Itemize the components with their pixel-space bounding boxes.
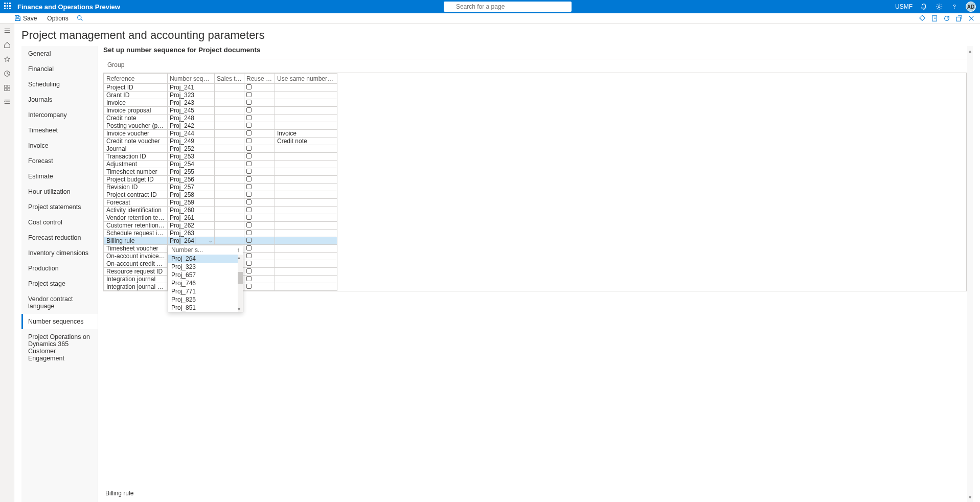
cell-sales-tax[interactable] (215, 191, 244, 199)
cell-reference[interactable]: Posting voucher (periodic) (104, 122, 168, 130)
sidebar-item[interactable]: Hour utilization (21, 184, 98, 199)
cell-sales-tax[interactable] (215, 184, 244, 191)
cell-sales-tax[interactable] (215, 199, 244, 207)
cell-reuse[interactable] (244, 145, 275, 153)
cell-sales-tax[interactable] (215, 207, 244, 214)
number-sequence-grid[interactable]: Reference Number sequence code Sales tax… (103, 73, 967, 291)
grid-row[interactable]: AdjustmentProj_254 (104, 161, 337, 168)
refresh-icon[interactable] (943, 15, 950, 22)
cell-reuse[interactable] (244, 161, 275, 168)
cell-code[interactable]: Proj_264⌄ (168, 237, 215, 245)
cell-code[interactable]: Proj_243 (168, 99, 215, 107)
cell-sales-tax[interactable] (215, 115, 244, 122)
cell-reference[interactable]: Timesheet number (104, 168, 168, 176)
cell-reuse[interactable] (244, 268, 275, 276)
grid-row[interactable]: Invoice proposalProj_245 (104, 107, 337, 115)
col-sales-tax-book[interactable]: Sales tax boo... (215, 74, 244, 84)
cell-same-as[interactable] (275, 214, 337, 222)
chevron-down-icon[interactable]: ⌄ (209, 238, 213, 243)
sidebar-item[interactable]: Invoice (21, 138, 98, 153)
cell-reference[interactable]: Invoice proposal (104, 107, 168, 115)
cell-reuse[interactable] (244, 84, 275, 92)
cell-reference[interactable]: Transaction ID (104, 153, 168, 161)
checkbox[interactable] (246, 284, 252, 289)
cell-reference[interactable]: Activity identification (104, 207, 168, 214)
cell-sales-tax[interactable] (215, 130, 244, 138)
cell-same-as[interactable]: Credit note (275, 138, 337, 145)
cell-reuse[interactable] (244, 122, 275, 130)
home-icon[interactable] (3, 41, 11, 49)
sidebar-item[interactable]: Financial (21, 61, 98, 77)
cell-sales-tax[interactable] (215, 107, 244, 115)
global-search-input[interactable] (444, 2, 572, 12)
sort-asc-icon[interactable]: ↑ (237, 246, 240, 254)
grid-row[interactable]: Grant IDProj_323 (104, 92, 337, 99)
cell-reference[interactable]: On-account credit note vouc... (104, 260, 168, 268)
cell-reuse[interactable] (244, 191, 275, 199)
checkbox[interactable] (246, 199, 252, 204)
grid-row[interactable]: Project IDProj_241 (104, 84, 337, 92)
cell-reuse[interactable] (244, 214, 275, 222)
cell-code[interactable]: Proj_242 (168, 122, 215, 130)
cell-reuse[interactable] (244, 283, 275, 291)
cell-code[interactable]: Proj_254 (168, 161, 215, 168)
sidebar-item[interactable]: Intercompany (21, 107, 98, 123)
cell-sales-tax[interactable] (215, 145, 244, 153)
cell-same-as[interactable] (275, 222, 337, 230)
cell-same-as[interactable] (275, 92, 337, 99)
cell-reuse[interactable] (244, 115, 275, 122)
cell-code[interactable]: Proj_258 (168, 191, 215, 199)
dropdown-item[interactable]: Proj_657 (168, 271, 243, 279)
cell-reference[interactable]: Invoice voucher (104, 130, 168, 138)
grid-row[interactable]: Transaction IDProj_253 (104, 153, 337, 161)
cell-same-as[interactable] (275, 99, 337, 107)
cell-same-as[interactable] (275, 145, 337, 153)
cell-sales-tax[interactable] (215, 138, 244, 145)
cell-reference[interactable]: Customer retention terms (104, 222, 168, 230)
bell-icon[interactable] (920, 3, 928, 11)
attach-icon[interactable] (919, 15, 926, 22)
dropdown-item[interactable]: Proj_851 (168, 304, 243, 312)
checkbox[interactable] (246, 123, 252, 128)
checkbox[interactable] (246, 146, 252, 151)
cell-reference[interactable]: Invoice (104, 99, 168, 107)
company-label[interactable]: USMF (895, 3, 913, 10)
cell-same-as[interactable] (275, 153, 337, 161)
fasttab-group[interactable]: Group (103, 59, 967, 71)
checkbox[interactable] (246, 245, 252, 250)
sidebar-item[interactable]: Project Operations on Dynamics 365 Custo… (21, 329, 98, 366)
cell-sales-tax[interactable] (215, 214, 244, 222)
cell-reuse[interactable] (244, 184, 275, 191)
cell-reference[interactable]: Project ID (104, 84, 168, 92)
cell-same-as[interactable] (275, 84, 337, 92)
cell-code[interactable]: Proj_263 (168, 230, 215, 237)
grid-row[interactable]: Project contract IDProj_258 (104, 191, 337, 199)
checkbox[interactable] (246, 268, 252, 273)
cell-reference[interactable]: Credit note (104, 115, 168, 122)
dropdown-scrollbar[interactable]: ▴ ▾ (238, 255, 243, 312)
cell-code[interactable]: Proj_323 (168, 92, 215, 99)
grid-row[interactable]: Billing ruleProj_264⌄ (104, 237, 337, 245)
dropdown-item[interactable]: Proj_323 (168, 263, 243, 271)
cell-reference[interactable]: Journal (104, 145, 168, 153)
help-icon[interactable] (950, 3, 959, 11)
cell-code[interactable]: Proj_261 (168, 214, 215, 222)
cell-reference[interactable]: On-account invoice voucher (104, 253, 168, 260)
checkbox[interactable] (246, 130, 252, 135)
checkbox[interactable] (246, 215, 252, 220)
cell-same-as[interactable] (275, 191, 337, 199)
cell-code[interactable]: Proj_248 (168, 115, 215, 122)
dropdown-scroll-thumb[interactable] (238, 272, 243, 284)
cell-reference[interactable]: Resource request ID (104, 268, 168, 276)
col-number-sequence-code[interactable]: Number sequence code (168, 74, 215, 84)
cell-code[interactable]: Proj_255 (168, 168, 215, 176)
cell-same-as[interactable] (275, 176, 337, 184)
grid-row[interactable]: InvoiceProj_243 (104, 99, 337, 107)
cell-reuse[interactable] (244, 245, 275, 253)
cell-code[interactable]: Proj_259 (168, 199, 215, 207)
checkbox[interactable] (246, 222, 252, 227)
popout-icon[interactable] (955, 15, 963, 22)
cell-reference[interactable]: Revision ID (104, 184, 168, 191)
number-sequence-code-dropdown[interactable]: Number s...↑ Proj_264Proj_323Proj_657Pro… (168, 245, 243, 312)
cell-same-as[interactable] (275, 276, 337, 283)
